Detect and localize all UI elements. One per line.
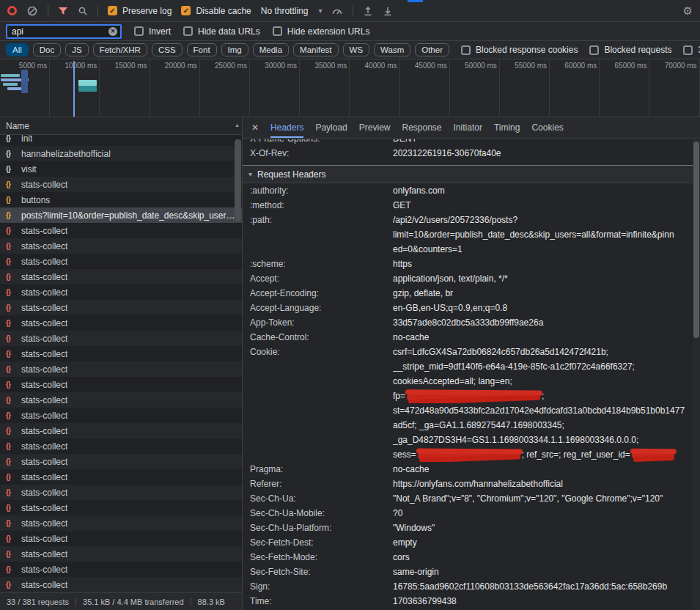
script-file-icon: {} bbox=[6, 273, 16, 281]
request-row[interactable]: {}visit bbox=[0, 161, 242, 177]
timeline-overview[interactable]: 5000 ms10000 ms15000 ms20000 ms25000 ms3… bbox=[0, 59, 700, 117]
request-row[interactable]: {}stats-collect bbox=[0, 562, 242, 577]
network-conditions-button[interactable] bbox=[331, 6, 343, 16]
header-name: App-Token: bbox=[243, 315, 393, 330]
script-file-icon: {} bbox=[6, 211, 16, 219]
filter-input[interactable]: api ✕ bbox=[6, 24, 122, 39]
filter-chip-css[interactable]: CSS bbox=[152, 43, 183, 56]
request-row[interactable]: {}stats-collect bbox=[0, 346, 242, 361]
tab-cookies[interactable]: Cookies bbox=[531, 117, 563, 138]
script-file-icon: {} bbox=[6, 565, 16, 573]
tab-response[interactable]: Response bbox=[402, 117, 441, 138]
scrollbar-thumb[interactable] bbox=[693, 142, 699, 338]
checkbox-blocked-response-cookies[interactable]: Blocked response cookies bbox=[461, 45, 578, 55]
request-row[interactable]: {}stats-collect bbox=[0, 500, 242, 515]
request-name: stats-collect bbox=[21, 549, 67, 559]
advanced-filter-checkboxes: Blocked response cookiesBlocked requests… bbox=[461, 45, 700, 55]
header-value-text: same-origin bbox=[393, 567, 439, 577]
request-name: stats-collect bbox=[21, 534, 67, 544]
request-row[interactable]: {}stats-collect bbox=[0, 485, 242, 500]
request-row[interactable]: {}stats-collect bbox=[0, 361, 242, 377]
clear-icon bbox=[26, 5, 38, 17]
tab-payload[interactable]: Payload bbox=[315, 117, 347, 138]
filter-toggle-button[interactable] bbox=[58, 6, 68, 16]
header-value: GET bbox=[393, 198, 693, 213]
request-name: stats-collect bbox=[21, 457, 67, 467]
request-row[interactable]: {}stats-collect bbox=[0, 469, 242, 485]
filter-chip-font[interactable]: Font bbox=[187, 43, 217, 56]
script-file-icon: {} bbox=[6, 150, 16, 158]
request-row[interactable]: {}posts?limit=10&order=publish_date_desc… bbox=[0, 207, 242, 223]
invert-checkbox[interactable]: Invert bbox=[134, 26, 171, 37]
record-button[interactable] bbox=[7, 6, 17, 15]
tab-timing[interactable]: Timing bbox=[494, 117, 520, 138]
search-button[interactable] bbox=[78, 6, 88, 16]
request-row[interactable]: {}stats-collect bbox=[0, 408, 242, 423]
hide-extension-urls-checkbox[interactable]: Hide extension URLs bbox=[273, 26, 370, 37]
scrollbar-thumb[interactable] bbox=[235, 139, 241, 221]
request-row[interactable]: {}stats-collect bbox=[0, 546, 242, 562]
header-row: Cache-Control:no-cache bbox=[243, 330, 693, 345]
hide-data-urls-checkbox[interactable]: Hide data URLs bbox=[183, 26, 260, 37]
name-column-header[interactable]: Name ▲ bbox=[0, 117, 242, 135]
header-value-text: limit=10&order=publish_date_desc&skip_us… bbox=[393, 229, 674, 240]
throttling-dropdown[interactable]: No throttling ▾ bbox=[261, 6, 323, 16]
preserve-log-checkbox[interactable]: ✓ Preserve log bbox=[108, 6, 172, 16]
tab-preview[interactable]: Preview bbox=[359, 117, 391, 138]
request-row[interactable]: {}hannahelizabethofficial bbox=[0, 146, 242, 161]
filter-chip-img[interactable]: Img bbox=[221, 43, 248, 56]
response-headers-partial: X-Frame-Options:DENYX-Of-Rev:20231226191… bbox=[243, 139, 693, 166]
filter-chip-media[interactable]: Media bbox=[253, 43, 289, 56]
clear-requests-button[interactable] bbox=[26, 5, 38, 17]
details-scrollbar[interactable] bbox=[693, 139, 700, 610]
request-row[interactable]: {}stats-collect bbox=[0, 577, 242, 592]
script-file-icon: {} bbox=[6, 319, 16, 327]
request-row[interactable]: {}stats-collect bbox=[0, 377, 242, 392]
filter-chip-wasm[interactable]: Wasm bbox=[374, 43, 410, 56]
waterfall-bar bbox=[78, 80, 97, 86]
filter-chip-other[interactable]: Other bbox=[415, 43, 449, 56]
tab-headers[interactable]: Headers bbox=[270, 117, 303, 138]
filter-chip-fetch-xhr[interactable]: Fetch/XHR bbox=[93, 43, 147, 56]
request-row[interactable]: {}stats-collect bbox=[0, 269, 242, 284]
request-name: stats-collect bbox=[21, 395, 67, 405]
filter-chip-ws[interactable]: WS bbox=[343, 43, 370, 56]
close-details-icon[interactable]: ✕ bbox=[251, 122, 259, 133]
import-har-button[interactable] bbox=[363, 6, 373, 16]
request-row[interactable]: {}stats-collect bbox=[0, 315, 242, 331]
settings-button[interactable]: ⚙ bbox=[683, 4, 693, 18]
request-row[interactable]: {}stats-collect bbox=[0, 438, 242, 454]
header-name: X-Of-Rev: bbox=[243, 146, 393, 161]
filter-chip-js[interactable]: JS bbox=[65, 43, 88, 56]
header-name: Pragma: bbox=[243, 462, 393, 477]
request-row[interactable]: {}stats-collect bbox=[0, 392, 242, 408]
checkbox-blocked-requests[interactable]: Blocked requests bbox=[589, 45, 671, 55]
export-har-button[interactable] bbox=[383, 6, 393, 16]
request-row[interactable]: {}stats-collect bbox=[0, 223, 242, 238]
request-row[interactable]: {}stats-collect bbox=[0, 300, 242, 315]
clear-filter-icon[interactable]: ✕ bbox=[108, 27, 117, 36]
filter-chip-doc[interactable]: Doc bbox=[33, 43, 61, 56]
tab-initiator[interactable]: Initiator bbox=[454, 117, 482, 138]
request-row[interactable]: {}stats-collect bbox=[0, 454, 242, 469]
request-row[interactable]: {}stats-collect bbox=[0, 284, 242, 300]
request-row[interactable]: {}stats-collect bbox=[0, 177, 242, 192]
filter-chip-manifest[interactable]: Manifest bbox=[293, 43, 338, 56]
request-row[interactable]: {}stats-collect bbox=[0, 515, 242, 531]
request-row[interactable]: {}buttons bbox=[0, 192, 242, 207]
scroll-up-arrow-icon[interactable]: ▲ bbox=[235, 122, 240, 128]
request-row[interactable]: {}stats-collect bbox=[0, 238, 242, 254]
checkbox-3rd-party-requests[interactable]: 3rd-party requests bbox=[683, 45, 700, 55]
request-row[interactable]: {}stats-collect bbox=[0, 254, 242, 269]
header-name: Sec-Ch-Ua-Mobile: bbox=[243, 506, 393, 521]
request-row[interactable]: {}stats-collect bbox=[0, 331, 242, 346]
disable-cache-checkbox[interactable]: ✓ Disable cache bbox=[181, 6, 251, 16]
toolbar-divider bbox=[353, 5, 353, 17]
request-row[interactable]: {}stats-collect bbox=[0, 531, 242, 546]
request-headers-section-header[interactable]: ▾ Request Headers bbox=[243, 166, 693, 183]
script-file-icon: {} bbox=[6, 196, 16, 204]
request-list-scrollbar[interactable] bbox=[235, 136, 241, 591]
filter-chip-all[interactable]: All bbox=[6, 43, 29, 56]
header-value-line: ed=0&counters=1 bbox=[393, 242, 693, 257]
request-row[interactable]: {}stats-collect bbox=[0, 423, 242, 438]
